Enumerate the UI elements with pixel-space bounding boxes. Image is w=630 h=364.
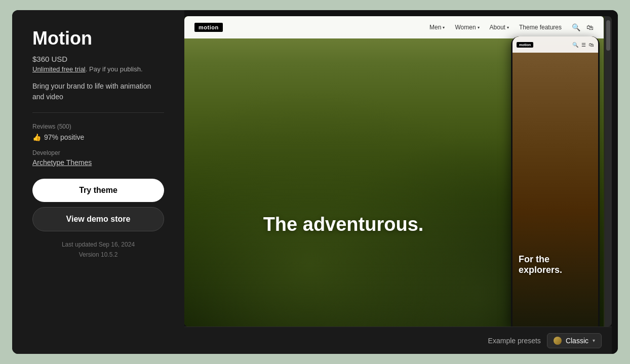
preview-logo: motion [194, 23, 223, 32]
developer-label: Developer [32, 149, 164, 156]
left-panel: Motion $360 USD Unlimited free trial. Pa… [12, 10, 184, 354]
view-demo-button[interactable]: View demo store [32, 207, 164, 231]
theme-title: Motion [32, 28, 164, 49]
scrollbar-track[interactable] [605, 16, 612, 327]
mobile-logo: motion [517, 42, 533, 48]
preset-chevron-icon: ▾ [593, 338, 595, 343]
app-window: Motion $360 USD Unlimited free trial. Pa… [12, 10, 618, 354]
price: $360 USD [32, 55, 164, 63]
preview-container: motion Men ▾ Women ▾ About [184, 16, 612, 327]
cart-icon[interactable]: 🛍 [586, 23, 594, 31]
preset-dropdown[interactable]: Classic ▾ [547, 333, 602, 348]
presets-label: Example presets [488, 337, 541, 345]
nav-links: Men ▾ Women ▾ About ▾ [429, 24, 562, 31]
mobile-search-icon[interactable]: 🔍 [572, 42, 578, 48]
search-icon[interactable]: 🔍 [572, 23, 580, 31]
nav-theme-features[interactable]: Theme features [519, 24, 562, 31]
update-info: Last updated Sep 16, 2024 Version 10.5.2 [32, 239, 164, 260]
thumbs-up-icon: 👍 [32, 133, 41, 141]
free-trial-link[interactable]: Unlimited free trial [32, 65, 86, 73]
women-chevron-icon: ▾ [478, 25, 480, 30]
preview-navbar: motion Men ▾ Women ▾ About [184, 16, 604, 38]
mobile-mockup: motion 🔍 ☰ 🛍 For the explorers. [511, 36, 600, 327]
reviews-positive: 👍 97% positive [32, 133, 164, 141]
scrollbar-thumb[interactable] [606, 20, 610, 51]
men-chevron-icon: ▾ [443, 25, 445, 30]
preset-name: Classic [566, 337, 588, 345]
tagline: Bring your brand to life with animation … [32, 81, 164, 102]
mobile-navbar: motion 🔍 ☰ 🛍 [513, 36, 598, 53]
nav-icons: 🔍 🛍 [572, 23, 594, 31]
about-chevron-icon: ▾ [507, 25, 509, 30]
mobile-headline: For the explorers. [519, 254, 592, 276]
mobile-menu-icon[interactable]: ☰ [581, 42, 586, 48]
reviews-label: Reviews (500) [32, 123, 164, 130]
right-panel: motion Men ▾ Women ▾ About [184, 10, 618, 354]
mobile-nav-icons: 🔍 ☰ 🛍 [572, 42, 594, 48]
developer-name[interactable]: Archetype Themes [32, 158, 164, 167]
divider [32, 112, 164, 113]
bottom-bar: Example presets Classic ▾ [184, 327, 612, 354]
mobile-cart-icon[interactable]: 🛍 [589, 42, 594, 48]
try-theme-button[interactable]: Try theme [32, 179, 164, 202]
nav-about[interactable]: About ▾ [490, 24, 509, 31]
reviews-positive-text: 97% positive [44, 133, 84, 141]
free-trial-line: Unlimited free trial. Pay if you publish… [32, 65, 164, 73]
preset-color-dot [554, 337, 562, 345]
desktop-headline: The adventurous. [184, 214, 502, 235]
nav-women[interactable]: Women ▾ [455, 24, 479, 31]
free-trial-suffix: . Pay if you publish. [86, 65, 143, 73]
mobile-inner: motion 🔍 ☰ 🛍 For the explorers. [513, 36, 598, 327]
last-updated: Last updated Sep 16, 2024 [32, 239, 164, 250]
nav-men[interactable]: Men ▾ [429, 24, 445, 31]
version: Version 10.5.2 [32, 250, 164, 260]
